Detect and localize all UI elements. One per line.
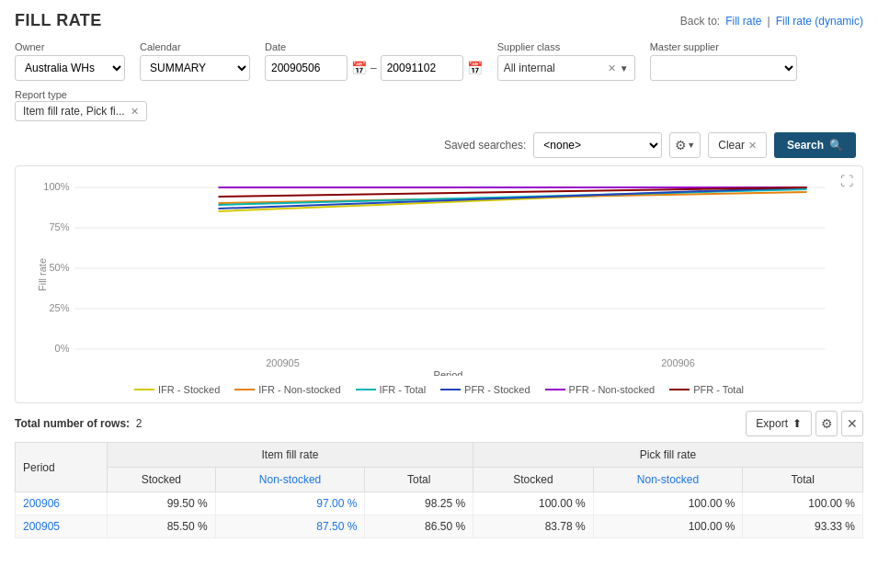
owner-label: Owner: [15, 41, 125, 52]
export-label: Export: [756, 417, 788, 430]
back-links: Back to: Fill rate | Fill rate (dynamic): [680, 15, 863, 28]
pfr-nonstocked-cell-1: 100.00 %: [593, 515, 743, 538]
legend-ifr-nonstocked-line: [234, 389, 255, 390]
svg-text:Fill rate: Fill rate: [37, 258, 48, 291]
pfr-total-cell-1: 93.33 %: [743, 515, 863, 538]
ifr-total-cell-1: 86.50 %: [365, 515, 473, 538]
legend-ifr-total-line: [356, 389, 376, 390]
table-actions: Export ⬆ ⚙ ✕: [746, 411, 863, 436]
back-link-fill-rate-dynamic[interactable]: Fill rate (dynamic): [776, 15, 863, 28]
date-from-input[interactable]: [265, 55, 348, 81]
svg-text:50%: 50%: [49, 262, 69, 273]
legend-pfr-nonstocked-label: PFR - Non-stocked: [569, 384, 656, 395]
search-button[interactable]: Search 🔍: [774, 132, 856, 158]
chart-container: ⛶ 100% 75% 50% 25% 0% Fill rate 200905: [15, 165, 863, 403]
legend-ifr-total-label: IFR - Total: [380, 384, 427, 395]
ifr-nonstocked-cell-0: 97.00 %: [215, 492, 365, 515]
master-supplier-label: Master supplier: [650, 41, 797, 52]
ifr-total-col-header: Total: [365, 468, 473, 492]
legend-pfr-stocked: PFR - Stocked: [440, 384, 530, 395]
search-bar: Saved searches: <none> ⚙ ▼ Clear ✕ Searc…: [15, 132, 863, 158]
calendar-select[interactable]: SUMMARY: [140, 55, 250, 81]
table-close-icon: ✕: [847, 416, 858, 431]
saved-searches-label: Saved searches:: [444, 139, 526, 152]
master-supplier-select[interactable]: [650, 55, 797, 81]
ifr-nonstocked-col-header: Non-stocked: [215, 468, 365, 492]
calendar-label: Calendar: [140, 41, 250, 52]
pfr-stocked-cell-1: 83.78 %: [473, 515, 594, 538]
table-header-row: Total number of rows: 2 Export ⬆ ⚙ ✕: [15, 411, 863, 436]
total-rows-text: Total number of rows: 2: [15, 417, 142, 430]
supplier-class-clear-icon[interactable]: ✕: [608, 62, 616, 74]
saved-searches-select[interactable]: <none>: [533, 132, 662, 158]
legend-pfr-total-line: [669, 389, 690, 390]
report-type-row: Report type Item fill rate, Pick fi... ✕: [15, 88, 863, 121]
report-type-label: Report type: [15, 89, 67, 100]
search-icon: 🔍: [829, 139, 843, 152]
date-input-wrap: 📅 – 📅: [265, 55, 483, 81]
filter-row: Owner Australia WHs Calendar SUMMARY Dat…: [15, 41, 863, 81]
date-label: Date: [265, 41, 483, 52]
legend-ifr-stocked: IFR - Stocked: [134, 384, 220, 395]
legend-pfr-nonstocked-line: [545, 389, 565, 390]
period-col-header: Period: [16, 443, 108, 492]
ifr-nonstocked-cell-1: 87.50 %: [215, 515, 365, 538]
report-type-tag: Item fill rate, Pick fi... ✕: [15, 101, 147, 121]
supplier-class-arrow-icon[interactable]: ▼: [620, 63, 629, 74]
owner-filter: Owner Australia WHs: [15, 41, 125, 81]
total-rows-value: 2: [136, 417, 143, 430]
clear-x-icon: ✕: [748, 140, 757, 152]
svg-text:200905: 200905: [266, 357, 300, 368]
svg-text:200906: 200906: [661, 357, 695, 368]
clear-button[interactable]: Clear ✕: [708, 132, 767, 158]
back-to-label: Back to:: [680, 15, 720, 28]
legend-pfr-total-label: PFR - Total: [693, 384, 744, 395]
export-icon: ⬆: [792, 417, 802, 430]
back-link-fill-rate[interactable]: Fill rate: [725, 15, 761, 28]
chart-area: 100% 75% 50% 25% 0% Fill rate 200905 200…: [23, 174, 855, 379]
chart-expand-icon[interactable]: ⛶: [840, 174, 853, 188]
period-cell-0[interactable]: 200906: [16, 492, 108, 515]
svg-text:100%: 100%: [43, 181, 69, 192]
pfr-stocked-col-header: Stocked: [473, 468, 594, 492]
svg-text:25%: 25%: [49, 302, 69, 313]
table-close-button[interactable]: ✕: [841, 411, 863, 436]
table-gear-button[interactable]: ⚙: [815, 411, 838, 436]
table-row: 200906 99.50 % 97.00 % 98.25 % 100.00 % …: [16, 492, 863, 515]
period-cell-1[interactable]: 200905: [16, 515, 108, 538]
pfr-stocked-cell-0: 100.00 %: [473, 492, 594, 515]
ifr-stocked-cell-0: 99.50 %: [108, 492, 216, 515]
pfr-nonstocked-cell-0: 100.00 %: [593, 492, 743, 515]
legend-ifr-stocked-label: IFR - Stocked: [158, 384, 220, 395]
gear-button[interactable]: ⚙ ▼: [669, 132, 701, 158]
item-fill-rate-col-header: Item fill rate: [108, 443, 473, 468]
pfr-nonstocked-col-header: Non-stocked: [593, 468, 743, 492]
table-gear-icon: ⚙: [821, 416, 833, 431]
ifr-stocked-col-header: Stocked: [108, 468, 216, 492]
ifr-total-cell-0: 98.25 %: [365, 492, 473, 515]
table-section: Total number of rows: 2 Export ⬆ ⚙ ✕ Per: [15, 411, 863, 538]
legend-pfr-nonstocked: PFR - Non-stocked: [545, 384, 656, 395]
gear-icon: ⚙: [675, 138, 687, 153]
svg-line-17: [219, 187, 807, 209]
report-type-value: Item fill rate, Pick fi...: [23, 105, 125, 118]
master-supplier-filter: Master supplier: [650, 41, 797, 81]
pfr-total-cell-0: 100.00 %: [743, 492, 863, 515]
legend-ifr-stocked-line: [134, 389, 154, 390]
legend-pfr-total: PFR - Total: [669, 384, 744, 395]
owner-select[interactable]: Australia WHs: [15, 55, 125, 81]
gear-arrow-icon: ▼: [687, 141, 695, 150]
table-row: 200905 85.50 % 87.50 % 86.50 % 83.78 % 1…: [16, 515, 863, 538]
calendar-from-icon[interactable]: 📅: [351, 61, 367, 75]
svg-text:Period: Period: [434, 369, 463, 376]
report-type-clear-icon[interactable]: ✕: [131, 106, 139, 118]
supplier-class-label: Supplier class: [497, 41, 635, 52]
pfr-total-col-header: Total: [743, 468, 863, 492]
date-to-input[interactable]: [381, 55, 463, 81]
export-button[interactable]: Export ⬆: [746, 411, 812, 436]
page-title: FILL RATE: [15, 11, 102, 30]
calendar-to-icon[interactable]: 📅: [467, 61, 483, 75]
legend-ifr-nonstocked: IFR - Non-stocked: [234, 384, 340, 395]
supplier-class-select[interactable]: All internal ✕ ▼: [497, 55, 635, 81]
supplier-class-filter: Supplier class All internal ✕ ▼: [497, 41, 635, 81]
